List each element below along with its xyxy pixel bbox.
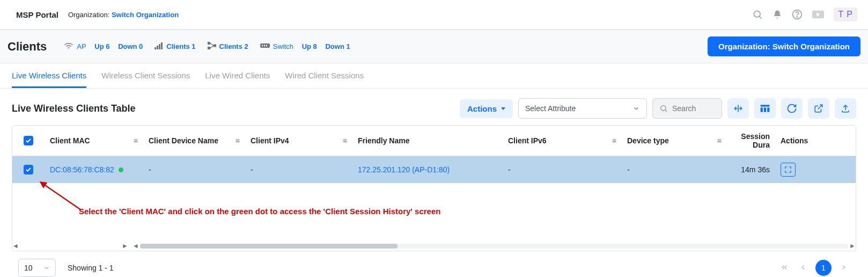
tabs: Live Wireless Clients Wireless Client Se… <box>0 63 868 89</box>
cell-device-name: - <box>143 156 245 183</box>
showing-text: Showing 1 - 1 <box>68 264 114 272</box>
svg-line-20 <box>665 110 667 112</box>
horizontal-scroll: ◄ ► ◄ ► <box>12 242 856 251</box>
svg-point-19 <box>661 106 666 111</box>
svg-rect-6 <box>155 47 156 49</box>
select-attribute-dropdown[interactable]: Select Attribute <box>518 98 647 119</box>
stat-clients2-value: Clients 2 <box>219 42 248 50</box>
top-header-left: MSP Portal Organization: Switch Organiza… <box>16 10 179 19</box>
fit-columns-button[interactable] <box>727 98 749 119</box>
svg-rect-9 <box>161 42 163 49</box>
stat-ap-up: Up 6 <box>94 42 109 50</box>
bell-icon[interactable] <box>773 10 782 19</box>
page-size-value: 10 <box>24 264 33 272</box>
avatar[interactable]: T P <box>834 8 857 21</box>
page-size-select[interactable]: 10 <box>18 259 56 277</box>
expand-row-button[interactable] <box>781 163 796 177</box>
data-table: Client MAC≡ Client Device Name≡ Client I… <box>12 125 856 251</box>
scroll-right-icon: ► <box>849 242 856 250</box>
svg-rect-11 <box>208 47 210 49</box>
top-header: MSP Portal Organization: Switch Organiza… <box>0 0 868 30</box>
page-title: Clients <box>8 40 47 54</box>
organization-label: Organization: <box>68 11 109 19</box>
status-dot-online-icon[interactable] <box>119 167 123 172</box>
search-icon[interactable] <box>752 9 763 20</box>
wifi-icon <box>64 42 73 51</box>
horizontal-scroll-right[interactable]: ◄ ► <box>133 242 856 251</box>
table-footer-right: 1 <box>778 260 850 276</box>
friendly-name-link[interactable]: 172.25.201.120 (AP-D1:80) <box>358 165 450 174</box>
horizontal-scroll-left[interactable]: ◄ ► <box>12 242 128 251</box>
svg-rect-25 <box>761 107 763 112</box>
scroll-left-icon: ◄ <box>133 242 139 250</box>
svg-rect-7 <box>157 46 158 49</box>
previous-page-button[interactable] <box>797 261 809 275</box>
svg-point-0 <box>754 11 761 17</box>
stat-switch-label: Switch <box>273 42 293 50</box>
checkbox-checked-icon <box>24 165 33 174</box>
table-toolbar: Live Wireless Clients Table Actions Sele… <box>12 98 856 119</box>
scroll-right-icon: ► <box>122 242 128 250</box>
client-mac-link[interactable]: DC:08:56:78:C8:82 <box>50 165 114 174</box>
svg-rect-16 <box>262 45 263 47</box>
stat-switch-up: Up 8 <box>302 42 317 50</box>
column-header-ipv6[interactable]: Client IPv6≡ <box>503 126 622 156</box>
tab-live-wired-clients[interactable]: Live Wired Clients <box>205 63 270 88</box>
column-menu-icon[interactable]: ≡ <box>236 136 240 145</box>
search-input-wrapper[interactable] <box>652 98 722 119</box>
stat-ap-label: AP <box>77 42 86 50</box>
column-menu-icon[interactable]: ≡ <box>717 136 722 145</box>
column-header-mac[interactable]: Client MAC≡ <box>45 126 143 156</box>
tab-wireless-client-sessions[interactable]: Wireless Client Sessions <box>101 63 190 88</box>
svg-line-13 <box>210 43 214 46</box>
page-subheader: Clients AP Up 6 Down 0 Clients 1 Clients… <box>0 30 868 63</box>
current-page-number[interactable]: 1 <box>815 260 832 276</box>
column-header-ipv4[interactable]: Client IPv4≡ <box>245 126 352 156</box>
stat-switch[interactable]: Switch Up 8 Down 1 <box>260 42 350 50</box>
open-external-button[interactable] <box>808 98 829 119</box>
svg-rect-27 <box>767 107 769 112</box>
column-header-friendly-name[interactable]: Friendly Name <box>352 126 503 156</box>
chevron-down-icon <box>632 105 640 112</box>
portal-title: MSP Portal <box>16 10 58 19</box>
stat-ap[interactable]: AP Up 6 Down 0 <box>64 42 143 51</box>
search-input[interactable] <box>672 104 715 113</box>
cell-friendly-name: 172.25.201.120 (AP-D1:80) <box>352 156 503 183</box>
first-page-button[interactable] <box>778 261 791 275</box>
switch-organization-button[interactable]: Organization: Switch Organization <box>708 37 860 56</box>
tab-wired-client-sessions[interactable]: Wired Client Sessions <box>285 63 364 88</box>
refresh-button[interactable] <box>781 98 803 119</box>
column-menu-icon[interactable]: ≡ <box>134 136 138 145</box>
annotation-text: Select the 'Client MAC' and click on the… <box>79 207 440 216</box>
cell-session-duration: 14m 36s <box>727 156 775 183</box>
column-menu-icon[interactable]: ≡ <box>612 136 616 145</box>
svg-rect-26 <box>764 107 766 112</box>
video-icon[interactable] <box>812 10 824 19</box>
column-header-session-duration[interactable]: Session Dura <box>727 126 775 156</box>
actions-dropdown[interactable]: Actions <box>460 99 513 118</box>
tab-live-wireless-clients[interactable]: Live Wireless Clients <box>12 63 86 88</box>
columns-button[interactable] <box>754 98 776 119</box>
scroll-thumb[interactable] <box>140 244 398 249</box>
table-footer: 10 Showing 1 - 1 1 <box>18 251 850 277</box>
export-button[interactable] <box>835 98 856 119</box>
column-header-device-name[interactable]: Client Device Name≡ <box>143 126 245 156</box>
organization-link[interactable]: Switch Organization <box>112 11 179 19</box>
column-header-checkbox[interactable] <box>12 126 45 156</box>
table-title: Live Wireless Clients Table <box>12 103 136 114</box>
svg-rect-24 <box>761 105 770 106</box>
table-tools: Actions Select Attribute <box>460 98 856 119</box>
column-menu-icon[interactable]: ≡ <box>343 136 347 145</box>
actions-label: Actions <box>467 104 497 113</box>
cell-actions <box>775 156 831 183</box>
stat-clients1[interactable]: Clients 1 <box>155 42 195 51</box>
table-row[interactable]: DC:08:56:78:C8:82 - - 172.25.201.120 (AP… <box>12 156 856 183</box>
next-page-button[interactable] <box>838 261 850 275</box>
stat-ap-down: Down 0 <box>118 42 143 50</box>
stat-switch-down: Down 1 <box>325 42 350 50</box>
column-header-device-type[interactable]: Device type≡ <box>622 126 727 156</box>
svg-line-1 <box>760 17 762 19</box>
svg-line-31 <box>43 184 81 210</box>
stat-clients2[interactable]: Clients 2 <box>208 42 248 51</box>
help-icon[interactable] <box>792 9 803 20</box>
